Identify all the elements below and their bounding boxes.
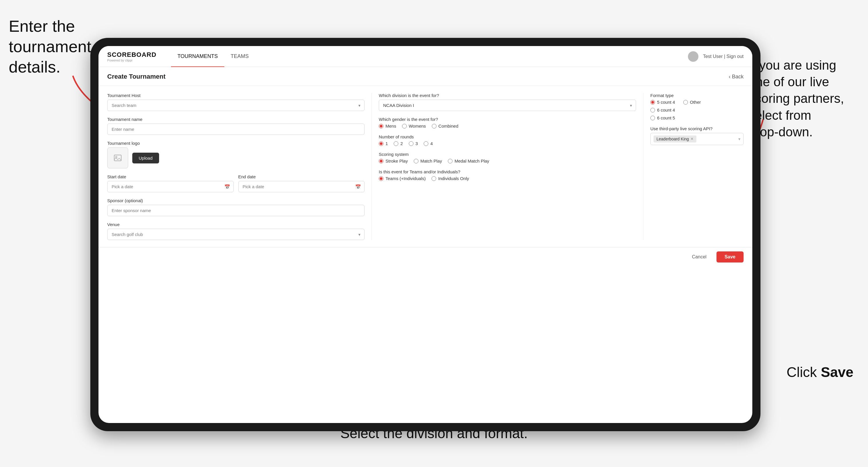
tournament-name-label: Tournament name xyxy=(107,117,365,122)
svg-point-6 xyxy=(116,156,117,158)
tournament-host-input[interactable] xyxy=(107,100,365,111)
tournament-host-group: Tournament Host xyxy=(107,93,365,111)
sponsor-input[interactable] xyxy=(107,205,365,216)
venue-input[interactable] xyxy=(107,229,365,240)
page-title: Create Tournament xyxy=(107,73,165,86)
form-col-middle: Which division is the event for? NCAA Di… xyxy=(379,93,636,240)
gender-womens[interactable]: Womens xyxy=(402,124,426,128)
user-text[interactable]: Test User | Sign out xyxy=(703,54,744,59)
nav-link-tournaments[interactable]: TOURNAMENTS xyxy=(171,46,224,67)
live-scoring-tag: Leaderboard King × xyxy=(654,135,696,143)
annotation-click-save-bold: Save xyxy=(821,365,854,380)
format-other[interactable]: Other xyxy=(683,100,701,104)
annotation-click-save: Click Save xyxy=(787,364,854,381)
start-date-wrapper: 📅 xyxy=(107,181,234,192)
gender-label: Which gender is the event for? xyxy=(379,117,636,122)
cancel-button[interactable]: Cancel xyxy=(686,251,712,262)
calendar-icon: 📅 xyxy=(224,184,230,189)
format-6count4[interactable]: 6 count 4 xyxy=(650,107,744,113)
nav-logo: SCOREBOARD Powered by clippi xyxy=(107,51,156,62)
rounds-group: Number of rounds 1 2 3 xyxy=(379,134,636,146)
form-body: Tournament Host Tournament name Tourname… xyxy=(98,86,752,247)
live-scoring-label: Use third-party live scoring API? xyxy=(650,126,744,131)
start-date-label: Start date xyxy=(107,174,234,179)
tablet-frame: SCOREBOARD Powered by clippi TOURNAMENTS… xyxy=(90,38,761,431)
gender-mens[interactable]: Mens xyxy=(379,124,396,128)
gender-combined[interactable]: Combined xyxy=(432,124,458,128)
event-type-teams[interactable]: Teams (+Individuals) xyxy=(379,176,426,181)
tournament-host-select-wrapper xyxy=(107,100,365,111)
tournament-logo-label: Tournament logo xyxy=(107,141,365,146)
live-scoring-group: Use third-party live scoring API? Leader… xyxy=(650,126,744,145)
form-col-right: Format type 5 count 4 Other xyxy=(650,93,744,240)
end-date-input[interactable] xyxy=(238,181,365,192)
scoring-radio-group: Stroke Play Match Play Medal Match Play xyxy=(379,158,636,163)
scoring-group: Scoring system Stroke Play Match Play xyxy=(379,152,636,163)
rounds-2[interactable]: 2 xyxy=(394,141,403,146)
nav-logo-subtitle: Powered by clippi xyxy=(107,59,156,62)
scoring-match[interactable]: Match Play xyxy=(414,158,442,163)
end-date-wrapper: 📅 xyxy=(238,181,365,192)
tournament-name-group: Tournament name xyxy=(107,117,365,135)
back-link[interactable]: ‹ Back xyxy=(729,74,744,85)
nav-bar: SCOREBOARD Powered by clippi TOURNAMENTS… xyxy=(98,46,752,67)
tag-remove-icon[interactable]: × xyxy=(690,137,693,141)
division-group: Which division is the event for? NCAA Di… xyxy=(379,93,636,111)
nav-logo-title: SCOREBOARD xyxy=(107,51,156,59)
format-row-1: 5 count 4 Other xyxy=(650,100,744,104)
division-select-wrapper: NCAA Division I xyxy=(379,100,636,111)
event-type-group: Is this event for Teams and/or Individua… xyxy=(379,169,636,181)
gender-radio-group: Mens Womens Combined xyxy=(379,124,636,128)
upload-button[interactable]: Upload xyxy=(132,153,159,163)
logo-upload-area: Upload xyxy=(107,148,365,168)
tournament-host-label: Tournament Host xyxy=(107,93,365,98)
scoring-stroke[interactable]: Stroke Play xyxy=(379,158,408,163)
format-5count4[interactable]: 5 count 4 xyxy=(650,100,675,104)
event-type-radio-group: Teams (+Individuals) Individuals Only xyxy=(379,176,636,181)
calendar-icon-end: 📅 xyxy=(355,184,361,189)
save-button[interactable]: Save xyxy=(716,251,744,262)
format-type-group: Format type 5 count 4 Other xyxy=(650,93,744,120)
tournament-name-input[interactable] xyxy=(107,124,365,135)
page-header: Create Tournament ‹ Back xyxy=(98,67,752,86)
nav-right: Test User | Sign out xyxy=(688,51,744,62)
date-row: Start date 📅 End date 📅 xyxy=(107,174,365,192)
rounds-1[interactable]: 1 xyxy=(379,141,388,146)
event-type-individuals[interactable]: Individuals Only xyxy=(432,176,469,181)
rounds-3[interactable]: 3 xyxy=(409,141,418,146)
avatar xyxy=(688,51,699,62)
form-footer: Cancel Save xyxy=(98,247,752,267)
format-type-label: Format type xyxy=(650,93,744,98)
nav-links: TOURNAMENTS TEAMS xyxy=(171,46,255,67)
division-label: Which division is the event for? xyxy=(379,93,636,98)
format-6count5[interactable]: 6 count 5 xyxy=(650,115,744,120)
nav-link-teams[interactable]: TEAMS xyxy=(224,46,255,67)
rounds-radio-group: 1 2 3 4 xyxy=(379,141,636,146)
event-type-label: Is this event for Teams and/or Individua… xyxy=(379,169,636,174)
venue-select-wrapper xyxy=(107,229,365,240)
format-options: 5 count 4 Other 6 count 4 xyxy=(650,100,744,120)
start-date-group: Start date 📅 xyxy=(107,174,234,192)
scoring-label: Scoring system xyxy=(379,152,636,157)
form-col-left: Tournament Host Tournament name Tourname… xyxy=(107,93,365,240)
logo-placeholder xyxy=(107,148,128,168)
live-scoring-tag-area[interactable]: Leaderboard King × ▾ xyxy=(650,133,744,145)
rounds-4[interactable]: 4 xyxy=(424,141,433,146)
tournament-logo-group: Tournament logo Upload xyxy=(107,141,365,168)
tag-chevron-icon: ▾ xyxy=(738,137,740,141)
rounds-label: Number of rounds xyxy=(379,134,636,139)
start-date-input[interactable] xyxy=(107,181,234,192)
scoring-medal-match[interactable]: Medal Match Play xyxy=(448,158,489,163)
sponsor-label: Sponsor (optional) xyxy=(107,198,365,203)
end-date-label: End date xyxy=(238,174,365,179)
gender-group: Which gender is the event for? Mens Wome… xyxy=(379,117,636,128)
tablet-screen: SCOREBOARD Powered by clippi TOURNAMENTS… xyxy=(98,46,752,423)
venue-group: Venue xyxy=(107,222,365,240)
end-date-group: End date 📅 xyxy=(238,174,365,192)
col-divider-2 xyxy=(643,93,643,240)
sponsor-group: Sponsor (optional) xyxy=(107,198,365,216)
venue-label: Venue xyxy=(107,222,365,227)
annotation-click-save-prefix: Click xyxy=(787,365,821,380)
image-icon xyxy=(113,153,122,162)
division-select[interactable]: NCAA Division I xyxy=(379,100,636,111)
